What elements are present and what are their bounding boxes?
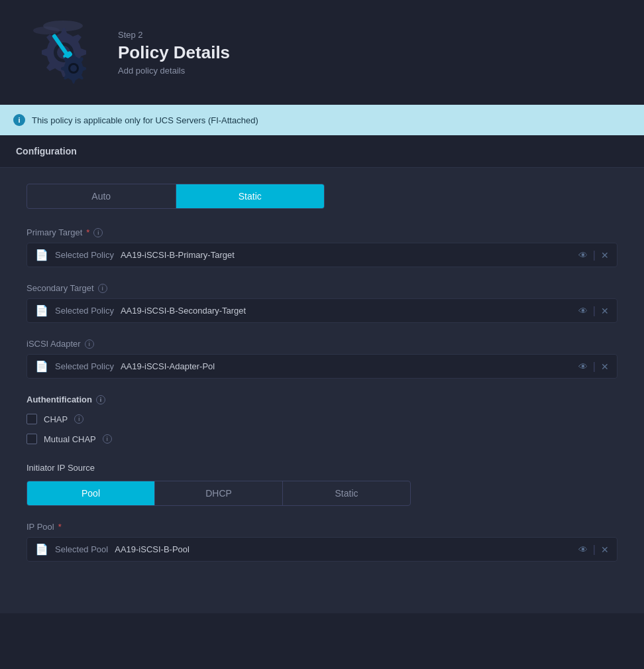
- secondary-target-selected-label: Selected Policy: [55, 306, 114, 316]
- static-toggle-button[interactable]: Static: [176, 184, 325, 208]
- authentification-label: Authentification i: [27, 395, 617, 404]
- iscsi-adapter-label: iSCSI Adapter i: [27, 339, 617, 349]
- header-text: Step 2 Policy Details Add policy details: [118, 30, 230, 76]
- secondary-target-row: 📄 Selected Policy AA19-iSCSI-B-Secondary…: [27, 298, 617, 323]
- iscsi-adapter-field: iSCSI Adapter i 📄 Selected Policy AA19-i…: [27, 339, 617, 379]
- authentification-section: Authentification i CHAP i Mutual CHAP i: [27, 395, 617, 444]
- secondary-target-info-icon[interactable]: i: [98, 284, 107, 293]
- secondary-target-view-icon[interactable]: 👁: [578, 306, 588, 316]
- primary-target-row: 📄 Selected Policy AA19-iSCSI-B-Primary-T…: [27, 243, 617, 267]
- svg-point-7: [70, 65, 77, 72]
- secondary-target-divider: |: [593, 305, 596, 317]
- header-icon: [27, 16, 99, 89]
- iscsi-adapter-view-icon[interactable]: 👁: [578, 361, 588, 372]
- primary-target-close-icon[interactable]: ✕: [601, 250, 609, 261]
- ip-source-toggle-group: Pool DHCP Static: [27, 481, 411, 506]
- primary-target-field: Primary Target * i 📄 Selected Policy AA1…: [27, 227, 617, 267]
- step-label: Step 2: [118, 30, 230, 40]
- iscsi-adapter-info-icon[interactable]: i: [85, 339, 94, 349]
- ip-pool-field: IP Pool * 📄 Selected Pool AA19-iSCSI-B-P…: [27, 522, 617, 562]
- configuration-section: Configuration Auto Static Primary Target…: [0, 135, 644, 613]
- ip-pool-actions: 👁 | ✕: [578, 544, 609, 556]
- section-title: Configuration: [16, 146, 77, 156]
- pool-toggle-button[interactable]: Pool: [27, 481, 155, 505]
- mode-toggle-group: Auto Static: [27, 184, 325, 209]
- static-ip-toggle-button[interactable]: Static: [283, 481, 410, 505]
- secondary-target-close-icon[interactable]: ✕: [601, 306, 609, 316]
- chap-info-icon[interactable]: i: [74, 414, 83, 424]
- primary-target-view-icon[interactable]: 👁: [578, 250, 588, 261]
- ip-pool-divider: |: [593, 544, 596, 556]
- iscsi-adapter-doc-icon: 📄: [35, 360, 48, 373]
- primary-target-doc-icon: 📄: [35, 249, 48, 261]
- ip-pool-close-icon[interactable]: ✕: [601, 544, 609, 555]
- initiator-ip-source-label: Initiator IP Source: [27, 463, 617, 473]
- info-icon: i: [13, 114, 25, 126]
- page-subtitle: Add policy details: [118, 66, 230, 76]
- chap-checkbox[interactable]: [27, 414, 37, 424]
- ip-pool-label: IP Pool *: [27, 522, 617, 532]
- svg-point-1: [33, 27, 60, 34]
- secondary-target-actions: 👁 | ✕: [578, 305, 609, 317]
- secondary-target-value: AA19-iSCSI-B-Secondary-Target: [121, 306, 572, 316]
- section-header: Configuration: [0, 135, 644, 168]
- ip-pool-doc-icon: 📄: [35, 543, 48, 556]
- info-banner-text: This policy is applicable only for UCS S…: [32, 115, 258, 125]
- primary-target-info-icon[interactable]: i: [93, 228, 103, 237]
- iscsi-adapter-actions: 👁 | ✕: [578, 361, 609, 373]
- iscsi-adapter-close-icon[interactable]: ✕: [601, 361, 609, 372]
- required-marker: *: [86, 227, 89, 237]
- secondary-target-field: Secondary Target i 📄 Selected Policy AA1…: [27, 283, 617, 323]
- ip-pool-required-marker: *: [58, 522, 62, 532]
- iscsi-adapter-selected-label: Selected Policy: [55, 361, 114, 371]
- page-header: Step 2 Policy Details Add policy details: [0, 0, 644, 105]
- info-banner: i This policy is applicable only for UCS…: [0, 105, 644, 135]
- dhcp-toggle-button[interactable]: DHCP: [155, 481, 283, 505]
- iscsi-adapter-row: 📄 Selected Policy AA19-iSCSI-Adapter-Pol…: [27, 354, 617, 379]
- primary-target-selected-label: Selected Policy: [55, 250, 114, 260]
- initiator-ip-source-field: Initiator IP Source Pool DHCP Static: [27, 463, 617, 506]
- chap-checkbox-row: CHAP i: [27, 414, 617, 424]
- primary-target-label: Primary Target * i: [27, 227, 617, 237]
- mutual-chap-checkbox-row: Mutual CHAP i: [27, 434, 617, 444]
- iscsi-adapter-divider: |: [593, 361, 596, 373]
- authentification-info-icon[interactable]: i: [96, 395, 105, 404]
- primary-target-divider: |: [593, 249, 596, 261]
- mutual-chap-info-icon[interactable]: i: [103, 434, 112, 444]
- ip-pool-view-icon[interactable]: 👁: [578, 544, 588, 555]
- primary-target-value: AA19-iSCSI-B-Primary-Target: [121, 250, 572, 260]
- ip-pool-row: 📄 Selected Pool AA19-iSCSI-B-Pool 👁 | ✕: [27, 537, 617, 562]
- secondary-target-label: Secondary Target i: [27, 283, 617, 293]
- page-title: Policy Details: [118, 42, 230, 63]
- primary-target-actions: 👁 | ✕: [578, 249, 609, 261]
- ip-pool-value: AA19-iSCSI-B-Pool: [115, 544, 572, 554]
- mutual-chap-label: Mutual CHAP: [44, 434, 96, 444]
- section-content: Auto Static Primary Target * i 📄 Selecte…: [0, 168, 644, 593]
- secondary-target-doc-icon: 📄: [35, 304, 48, 317]
- iscsi-adapter-value: AA19-iSCSI-Adapter-Pol: [121, 361, 572, 371]
- auto-toggle-button[interactable]: Auto: [27, 184, 176, 208]
- mutual-chap-checkbox[interactable]: [27, 434, 37, 444]
- chap-label: CHAP: [44, 414, 68, 424]
- ip-pool-selected-label: Selected Pool: [55, 544, 108, 554]
